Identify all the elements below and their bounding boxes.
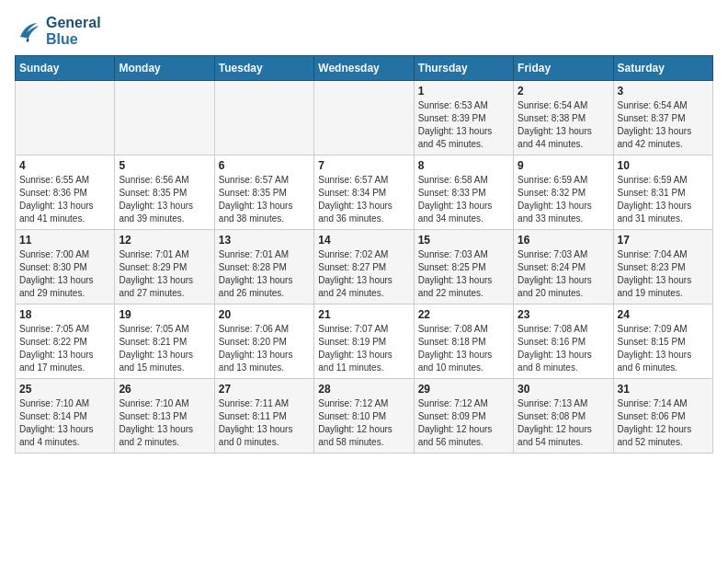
day-info: Sunrise: 7:10 AM Sunset: 8:13 PM Dayligh… (119, 397, 210, 449)
logo: General Blue (15, 15, 101, 48)
day-number: 8 (418, 159, 509, 172)
calendar-header-sunday: Sunday (16, 56, 115, 81)
day-info: Sunrise: 7:05 AM Sunset: 8:21 PM Dayligh… (119, 323, 210, 374)
day-info: Sunrise: 6:59 AM Sunset: 8:32 PM Dayligh… (518, 174, 609, 225)
day-number: 9 (518, 159, 609, 172)
calendar-header-friday: Friday (514, 56, 613, 81)
calendar-header-thursday: Thursday (414, 56, 513, 81)
day-info: Sunrise: 7:07 AM Sunset: 8:19 PM Dayligh… (318, 323, 409, 374)
day-info: Sunrise: 7:02 AM Sunset: 8:27 PM Dayligh… (318, 248, 409, 300)
day-number: 26 (119, 383, 210, 396)
day-number: 31 (618, 383, 709, 396)
day-number: 2 (518, 85, 609, 98)
calendar-cell: 12Sunrise: 7:01 AM Sunset: 8:29 PM Dayli… (115, 230, 214, 304)
calendar-cell: 3Sunrise: 6:54 AM Sunset: 8:37 PM Daylig… (613, 81, 712, 155)
calendar-cell: 5Sunrise: 6:56 AM Sunset: 8:35 PM Daylig… (115, 155, 214, 230)
calendar-cell: 15Sunrise: 7:03 AM Sunset: 8:25 PM Dayli… (414, 230, 513, 304)
day-number: 14 (318, 234, 409, 247)
calendar-cell: 6Sunrise: 6:57 AM Sunset: 8:35 PM Daylig… (214, 155, 313, 230)
day-info: Sunrise: 6:56 AM Sunset: 8:35 PM Dayligh… (119, 174, 210, 225)
day-info: Sunrise: 7:10 AM Sunset: 8:14 PM Dayligh… (19, 397, 110, 449)
calendar-cell: 11Sunrise: 7:00 AM Sunset: 8:30 PM Dayli… (16, 230, 115, 304)
calendar-header-tuesday: Tuesday (214, 56, 313, 81)
day-info: Sunrise: 6:53 AM Sunset: 8:39 PM Dayligh… (418, 99, 509, 151)
day-number: 24 (618, 308, 709, 321)
calendar-header-saturday: Saturday (613, 56, 712, 81)
logo-bird-icon (15, 17, 42, 45)
day-info: Sunrise: 7:04 AM Sunset: 8:23 PM Dayligh… (618, 248, 709, 300)
day-number: 23 (518, 308, 609, 321)
calendar-header-wednesday: Wednesday (314, 56, 414, 81)
day-info: Sunrise: 7:06 AM Sunset: 8:20 PM Dayligh… (219, 323, 310, 374)
day-info: Sunrise: 7:00 AM Sunset: 8:30 PM Dayligh… (19, 248, 110, 300)
calendar-cell: 2Sunrise: 6:54 AM Sunset: 8:38 PM Daylig… (514, 81, 613, 155)
calendar-cell: 9Sunrise: 6:59 AM Sunset: 8:32 PM Daylig… (514, 155, 613, 230)
calendar-week-2: 4Sunrise: 6:55 AM Sunset: 8:36 PM Daylig… (16, 155, 713, 230)
calendar-cell: 29Sunrise: 7:12 AM Sunset: 8:09 PM Dayli… (414, 379, 513, 454)
day-info: Sunrise: 6:59 AM Sunset: 8:31 PM Dayligh… (618, 174, 709, 225)
calendar-cell: 22Sunrise: 7:08 AM Sunset: 8:18 PM Dayli… (414, 304, 513, 379)
calendar-cell: 24Sunrise: 7:09 AM Sunset: 8:15 PM Dayli… (613, 304, 712, 379)
calendar-header-row: SundayMondayTuesdayWednesdayThursdayFrid… (16, 56, 713, 81)
day-number: 25 (19, 383, 110, 396)
calendar-week-1: 1Sunrise: 6:53 AM Sunset: 8:39 PM Daylig… (16, 81, 713, 155)
day-number: 10 (618, 159, 709, 172)
calendar-cell (214, 81, 313, 155)
day-info: Sunrise: 7:09 AM Sunset: 8:15 PM Dayligh… (618, 323, 709, 374)
calendar-cell: 30Sunrise: 7:13 AM Sunset: 8:08 PM Dayli… (514, 379, 613, 454)
day-info: Sunrise: 6:58 AM Sunset: 8:33 PM Dayligh… (418, 174, 509, 225)
logo-text: General Blue (46, 15, 101, 48)
calendar-cell: 27Sunrise: 7:11 AM Sunset: 8:11 PM Dayli… (214, 379, 313, 454)
calendar-cell: 28Sunrise: 7:12 AM Sunset: 8:10 PM Dayli… (314, 379, 414, 454)
day-info: Sunrise: 7:14 AM Sunset: 8:06 PM Dayligh… (618, 397, 709, 449)
day-number: 12 (119, 234, 210, 247)
calendar-cell: 1Sunrise: 6:53 AM Sunset: 8:39 PM Daylig… (414, 81, 513, 155)
calendar-cell (115, 81, 214, 155)
calendar-week-5: 25Sunrise: 7:10 AM Sunset: 8:14 PM Dayli… (16, 379, 713, 454)
day-number: 30 (518, 383, 609, 396)
day-number: 13 (219, 234, 310, 247)
day-number: 20 (219, 308, 310, 321)
day-info: Sunrise: 7:01 AM Sunset: 8:28 PM Dayligh… (219, 248, 310, 300)
day-info: Sunrise: 7:05 AM Sunset: 8:22 PM Dayligh… (19, 323, 110, 374)
day-info: Sunrise: 6:54 AM Sunset: 8:37 PM Dayligh… (618, 99, 709, 151)
day-info: Sunrise: 7:08 AM Sunset: 8:16 PM Dayligh… (518, 323, 609, 374)
day-info: Sunrise: 7:12 AM Sunset: 8:10 PM Dayligh… (318, 397, 409, 449)
day-info: Sunrise: 7:11 AM Sunset: 8:11 PM Dayligh… (219, 397, 310, 449)
day-number: 27 (219, 383, 310, 396)
calendar-cell (16, 81, 115, 155)
day-info: Sunrise: 7:01 AM Sunset: 8:29 PM Dayligh… (119, 248, 210, 300)
day-info: Sunrise: 7:03 AM Sunset: 8:24 PM Dayligh… (518, 248, 609, 300)
day-info: Sunrise: 6:55 AM Sunset: 8:36 PM Dayligh… (19, 174, 110, 225)
day-number: 7 (318, 159, 409, 172)
calendar-cell: 14Sunrise: 7:02 AM Sunset: 8:27 PM Dayli… (314, 230, 414, 304)
day-number: 22 (418, 308, 509, 321)
calendar-table: SundayMondayTuesdayWednesdayThursdayFrid… (15, 55, 713, 454)
calendar-cell: 20Sunrise: 7:06 AM Sunset: 8:20 PM Dayli… (214, 304, 313, 379)
calendar-cell: 8Sunrise: 6:58 AM Sunset: 8:33 PM Daylig… (414, 155, 513, 230)
calendar-cell: 23Sunrise: 7:08 AM Sunset: 8:16 PM Dayli… (514, 304, 613, 379)
day-number: 28 (318, 383, 409, 396)
day-info: Sunrise: 7:13 AM Sunset: 8:08 PM Dayligh… (518, 397, 609, 449)
calendar-cell: 25Sunrise: 7:10 AM Sunset: 8:14 PM Dayli… (16, 379, 115, 454)
day-number: 18 (19, 308, 110, 321)
calendar-cell: 10Sunrise: 6:59 AM Sunset: 8:31 PM Dayli… (613, 155, 712, 230)
calendar-cell: 7Sunrise: 6:57 AM Sunset: 8:34 PM Daylig… (314, 155, 414, 230)
day-number: 29 (418, 383, 509, 396)
day-number: 21 (318, 308, 409, 321)
calendar-cell: 13Sunrise: 7:01 AM Sunset: 8:28 PM Dayli… (214, 230, 313, 304)
calendar-cell: 31Sunrise: 7:14 AM Sunset: 8:06 PM Dayli… (613, 379, 712, 454)
day-number: 1 (418, 85, 509, 98)
day-number: 6 (219, 159, 310, 172)
day-number: 19 (119, 308, 210, 321)
day-number: 17 (618, 234, 709, 247)
calendar-cell (314, 81, 414, 155)
calendar-cell: 16Sunrise: 7:03 AM Sunset: 8:24 PM Dayli… (514, 230, 613, 304)
calendar-cell: 18Sunrise: 7:05 AM Sunset: 8:22 PM Dayli… (16, 304, 115, 379)
day-info: Sunrise: 6:54 AM Sunset: 8:38 PM Dayligh… (518, 99, 609, 151)
day-info: Sunrise: 6:57 AM Sunset: 8:35 PM Dayligh… (219, 174, 310, 225)
calendar-cell: 26Sunrise: 7:10 AM Sunset: 8:13 PM Dayli… (115, 379, 214, 454)
day-info: Sunrise: 7:03 AM Sunset: 8:25 PM Dayligh… (418, 248, 509, 300)
page-header: General Blue (15, 15, 713, 48)
day-number: 15 (418, 234, 509, 247)
